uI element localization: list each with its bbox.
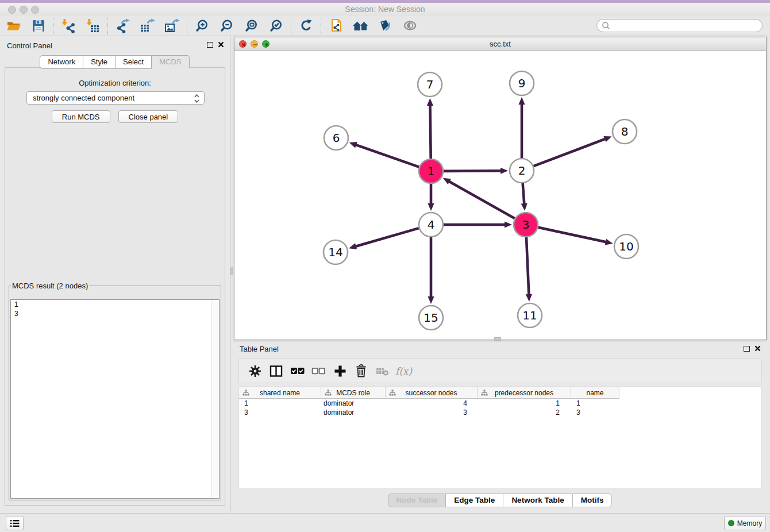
tab-network[interactable]: Network	[40, 55, 83, 69]
search-input[interactable]	[611, 21, 762, 31]
table-cell[interactable]: 4	[386, 399, 478, 408]
node-14[interactable]: 14	[324, 240, 348, 264]
run-mcds-button[interactable]: Run MCDS	[52, 110, 110, 123]
open-session-button[interactable]	[1, 17, 26, 35]
table-cell[interactable]: 3	[571, 408, 619, 417]
task-history-button[interactable]	[6, 516, 24, 530]
toolbar-separator	[187, 18, 187, 34]
import-table-button[interactable]	[80, 17, 105, 35]
tab-mcds[interactable]: MCDS	[151, 55, 189, 69]
import-network-button[interactable]	[56, 17, 80, 35]
table-row[interactable]: 1dominator411	[239, 399, 761, 408]
node-6[interactable]: 6	[324, 126, 348, 150]
tab-edge-table[interactable]: Edge Table	[445, 494, 503, 507]
edge-1-2[interactable]	[444, 171, 502, 171]
edge-2-8[interactable]	[534, 138, 606, 166]
zoom-fit-button[interactable]	[239, 17, 264, 35]
toolbar-separator	[291, 18, 291, 34]
node-2[interactable]: 2	[510, 159, 534, 183]
network-from-document-button[interactable]	[324, 17, 348, 35]
edge-3-1[interactable]	[448, 181, 514, 218]
column-header-name[interactable]: name	[571, 387, 619, 399]
edge-3-11[interactable]	[526, 237, 529, 295]
column-header-successor-nodes[interactable]: successor nodes	[386, 387, 478, 399]
table-cell[interactable]: 1	[239, 399, 321, 408]
column-header-shared-name[interactable]: shared name	[239, 387, 321, 399]
float-panel-icon[interactable]	[207, 42, 213, 48]
criterion-value: strongly connected component	[33, 94, 134, 102]
zoom-out-button[interactable]	[214, 17, 239, 35]
criterion-select[interactable]: strongly connected component	[26, 91, 205, 105]
split-columns-icon	[270, 365, 283, 377]
node-3[interactable]: 3	[514, 213, 538, 237]
node-8[interactable]: 8	[613, 119, 637, 144]
panel-splitter-handle[interactable]	[230, 267, 233, 275]
tab-select[interactable]: Select	[115, 55, 152, 69]
toggle-columns-button[interactable]	[265, 361, 287, 381]
graphics-details-button[interactable]	[373, 17, 398, 35]
float-table-panel-icon[interactable]	[744, 346, 750, 352]
node-9[interactable]: 9	[510, 71, 534, 95]
table-cell[interactable]: 3	[386, 408, 478, 417]
node-7[interactable]: 7	[418, 72, 442, 97]
network-window-titlebar[interactable]: scc.txt	[234, 37, 766, 51]
table-cell[interactable]: 1	[571, 399, 619, 408]
close-panel-icon[interactable]	[218, 41, 224, 48]
network-canvas[interactable]: 7968124314101511	[234, 51, 766, 340]
node-15[interactable]: 15	[419, 306, 443, 330]
export-table-button[interactable]	[135, 17, 160, 35]
table-cell[interactable]: 1	[478, 399, 571, 408]
search-box[interactable]	[596, 19, 763, 32]
table-cell[interactable]: dominator	[321, 408, 386, 417]
close-panel-button[interactable]: Close panel	[118, 110, 179, 123]
edge-1-7[interactable]	[430, 105, 430, 159]
node-11[interactable]: 11	[518, 303, 542, 327]
export-network-button[interactable]	[110, 17, 135, 35]
apply-function-button[interactable]: f(x)	[393, 361, 414, 381]
tab-network-table[interactable]: Network Table	[503, 494, 572, 507]
node-4[interactable]: 4	[419, 213, 443, 237]
zoom-selected-button[interactable]	[264, 17, 288, 35]
optimization-criterion-label: Optimization criterion:	[5, 79, 225, 87]
save-session-button[interactable]	[26, 17, 51, 35]
tab-motifs[interactable]: Motifs	[572, 494, 613, 507]
edge-3-10[interactable]	[538, 228, 606, 242]
mcds-result-text[interactable]: 13	[10, 299, 220, 499]
network-view-window: scc.txt 7968124314101511	[234, 37, 767, 340]
node-1[interactable]: 1	[419, 159, 443, 183]
tab-node-table[interactable]: Node Table	[388, 494, 446, 507]
show-hide-panel-button[interactable]	[398, 17, 422, 35]
trash-icon	[355, 364, 367, 377]
table-row[interactable]: 3dominator323	[239, 408, 761, 417]
vertical-splitter-handle[interactable]	[494, 337, 501, 341]
deselect-all-button[interactable]	[308, 361, 329, 381]
table-settings-button[interactable]	[244, 361, 265, 381]
status-bar: Memory	[0, 513, 770, 532]
tab-style[interactable]: Style	[83, 55, 116, 69]
session-title: Session: New Session	[0, 5, 770, 14]
result-scrollbar[interactable]	[211, 300, 218, 498]
add-row-button[interactable]	[329, 361, 351, 381]
memory-button[interactable]: Memory	[724, 516, 766, 530]
edge-4-14[interactable]	[355, 228, 419, 246]
node-table: shared nameMCDS rolesuccessor nodesprede…	[238, 387, 762, 488]
select-all-button[interactable]	[287, 361, 308, 381]
table-cell[interactable]: dominator	[321, 399, 386, 408]
refresh-view-button[interactable]	[294, 17, 318, 35]
column-header-predecessor-nodes[interactable]: predecessor nodes	[478, 387, 571, 399]
toolbar-separator	[53, 18, 53, 34]
export-image-button[interactable]	[160, 17, 184, 35]
table-cell[interactable]: 3	[239, 408, 321, 417]
edge-1-6[interactable]	[355, 145, 419, 167]
edge-2-3[interactable]	[523, 183, 525, 205]
node-10[interactable]: 10	[614, 234, 638, 259]
table-cell[interactable]: 2	[478, 408, 571, 417]
home-button[interactable]	[348, 17, 373, 35]
mcds-result-legend: MCDS result (2 nodes)	[11, 282, 89, 290]
delete-table-button[interactable]	[372, 361, 393, 381]
node-label: 9	[518, 76, 526, 90]
zoom-in-button[interactable]	[190, 17, 214, 35]
column-header-MCDS-role[interactable]: MCDS role	[321, 387, 386, 399]
delete-row-button[interactable]	[351, 361, 372, 381]
close-table-panel-icon[interactable]	[754, 345, 761, 352]
